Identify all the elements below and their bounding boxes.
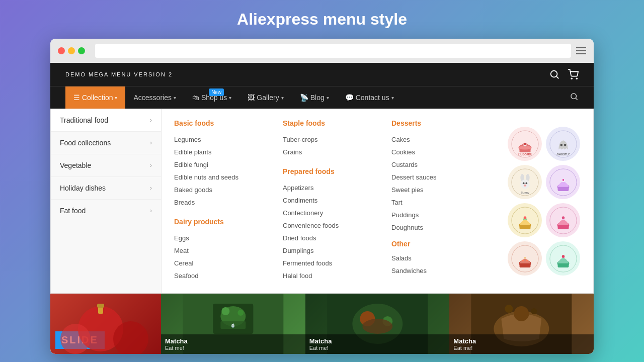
list-item[interactable]: Sweet pies xyxy=(391,184,490,196)
list-item[interactable]: Seafood xyxy=(174,269,273,282)
svg-text:Bunny: Bunny xyxy=(520,191,529,194)
list-item[interactable]: Puddings xyxy=(391,209,490,221)
nav-logo: DEMO MEGA MENU VERSION 2 xyxy=(65,71,173,77)
list-item[interactable]: Breads xyxy=(174,196,273,209)
slide-card-3[interactable]: Matcha Eat me! xyxy=(449,294,594,354)
menu-item-accessories[interactable]: Accessories ▾ xyxy=(125,86,184,109)
svg-point-66 xyxy=(514,306,529,321)
svg-rect-32 xyxy=(519,225,530,229)
menu-item-collection[interactable]: ☰ Collection ▾ xyxy=(65,86,125,109)
list-item[interactable]: Cakes xyxy=(391,133,490,146)
svg-rect-45 xyxy=(557,263,569,267)
list-item[interactable]: Condiments xyxy=(283,194,381,207)
list-item[interactable]: Edible fungi xyxy=(174,158,273,171)
menu-item-shopus[interactable]: New 🛍 Shop us ▾ xyxy=(184,86,239,109)
menu-item-blog[interactable]: 📡 Blog ▾ xyxy=(292,86,337,109)
list-item[interactable]: Cookies xyxy=(391,146,490,158)
list-item[interactable]: Salads xyxy=(391,252,490,264)
list-item[interactable]: Appetizers xyxy=(283,182,381,194)
list-item[interactable]: Edible nuts and seeds xyxy=(174,171,273,184)
slide-card-2[interactable]: Matcha Eat me! xyxy=(305,294,450,354)
logo-cupcake2[interactable] xyxy=(546,165,580,199)
svg-line-1 xyxy=(556,76,558,78)
list-item[interactable]: Eggs xyxy=(174,232,273,244)
list-item[interactable]: Dessert sauces xyxy=(391,171,490,184)
svg-point-22 xyxy=(525,182,527,184)
mega-menu-bar: ☰ Collection ▾ Accessories ▾ New 🛍 Shop … xyxy=(50,86,594,109)
svg-point-2 xyxy=(571,78,572,79)
svg-point-4 xyxy=(571,94,577,99)
dropdown-sidebar: Traditional food › Food collections › Ve… xyxy=(51,109,162,293)
menu-item-gallery[interactable]: 🖼 Gallery ▾ xyxy=(239,86,291,109)
svg-text:🍵: 🍵 xyxy=(230,323,235,328)
slide-card-overlay-2: Matcha Eat me! xyxy=(305,334,450,354)
list-item[interactable]: Dumplings xyxy=(283,244,381,257)
svg-point-11 xyxy=(523,142,526,145)
logo-cupcake-mint[interactable] xyxy=(546,241,580,276)
svg-text:GHOSTLY: GHOSTLY xyxy=(556,153,570,156)
chevron-icon: ▾ xyxy=(174,95,176,101)
browser-menu-button[interactable] xyxy=(576,47,586,54)
shopus-icon: 🛍 xyxy=(192,94,199,102)
slide-card-1[interactable]: 🍵 Matcha Eat me! xyxy=(161,294,305,354)
list-item[interactable]: Edible plants xyxy=(174,146,273,158)
svg-point-3 xyxy=(576,78,577,79)
prepared-foods-list: Appetizers Condiments Confectionery Conv… xyxy=(283,182,381,282)
traditional-food-label: Traditional food xyxy=(60,116,108,124)
list-item[interactable]: Doughnuts xyxy=(391,221,490,234)
list-item[interactable]: Custards xyxy=(391,158,490,171)
slide-card-sub-1: Eat me! xyxy=(165,345,301,351)
logo-cupcake-house[interactable]: Cupcake xyxy=(508,127,542,161)
dot-yellow[interactable] xyxy=(68,47,75,54)
logo-cupcake-red[interactable] xyxy=(508,241,542,276)
svg-point-29 xyxy=(562,179,564,181)
arrow-icon: › xyxy=(150,162,152,169)
contact-label: Contact us xyxy=(356,94,389,102)
basic-foods-heading: Basic foods xyxy=(174,119,273,127)
sidebar-item-food-collections[interactable]: Food collections › xyxy=(51,132,161,154)
list-item[interactable]: Halal food xyxy=(283,269,381,282)
logo-cupcake-pink[interactable] xyxy=(546,203,580,237)
list-item[interactable]: Tart xyxy=(391,196,490,209)
menu-line xyxy=(576,53,586,54)
dot-red[interactable] xyxy=(58,47,65,54)
svg-point-63 xyxy=(362,319,392,334)
dot-green[interactable] xyxy=(78,47,85,54)
list-item[interactable]: Sandwiches xyxy=(391,264,490,277)
chevron-icon: ▾ xyxy=(229,95,231,101)
logo-cupcake-gold[interactable] xyxy=(508,203,542,237)
desserts-column: Desserts Cakes Cookies Custards Dessert … xyxy=(391,119,490,283)
svg-point-33 xyxy=(523,216,526,219)
list-item[interactable]: Tuber-crops xyxy=(283,133,381,146)
sidebar-item-holiday-dishes[interactable]: Holiday dishes › xyxy=(51,177,161,200)
sidebar-item-traditional-food[interactable]: Traditional food › xyxy=(51,109,161,132)
menu-item-contact[interactable]: 💬 Contact us ▾ xyxy=(337,86,402,109)
list-item[interactable]: Dried foods xyxy=(283,232,381,244)
address-bar[interactable] xyxy=(95,44,571,58)
logo-bunny[interactable]: Bunny xyxy=(508,165,542,199)
logo-ghostly[interactable]: GHOSTLY xyxy=(546,127,580,161)
svg-point-20 xyxy=(520,179,529,189)
chevron-icon: ▾ xyxy=(327,95,329,101)
fat-food-label: Fat food xyxy=(60,207,86,215)
list-item[interactable]: Cereal xyxy=(174,257,273,269)
sidebar-item-vegetable[interactable]: Vegetable › xyxy=(51,154,161,177)
browser-window: DEMO MEGA MENU VERSION 2 ☰ Collection ▾ … xyxy=(50,39,594,354)
slide-card-overlay-1: Matcha Eat me! xyxy=(161,334,305,354)
blog-label: Blog xyxy=(310,94,325,102)
list-item[interactable]: Confectionery xyxy=(283,207,381,219)
slide-area: SLIDE 🍵 Matcha Eat me! xyxy=(50,294,594,354)
cart-icon[interactable] xyxy=(568,69,579,80)
sidebar-item-fat-food[interactable]: Fat food › xyxy=(51,200,161,222)
svg-rect-40 xyxy=(519,263,530,267)
menu-search-icon[interactable] xyxy=(570,92,579,103)
list-item[interactable]: Fermented foods xyxy=(283,257,381,269)
collection-icon: ☰ xyxy=(73,94,80,102)
gallery-label: Gallery xyxy=(257,94,279,102)
list-item[interactable]: Grains xyxy=(283,146,381,158)
list-item[interactable]: Meat xyxy=(174,244,273,257)
list-item[interactable]: Baked goods xyxy=(174,184,273,196)
search-icon[interactable] xyxy=(549,69,560,80)
list-item[interactable]: Convenience foods xyxy=(283,219,381,232)
list-item[interactable]: Legumes xyxy=(174,133,273,146)
